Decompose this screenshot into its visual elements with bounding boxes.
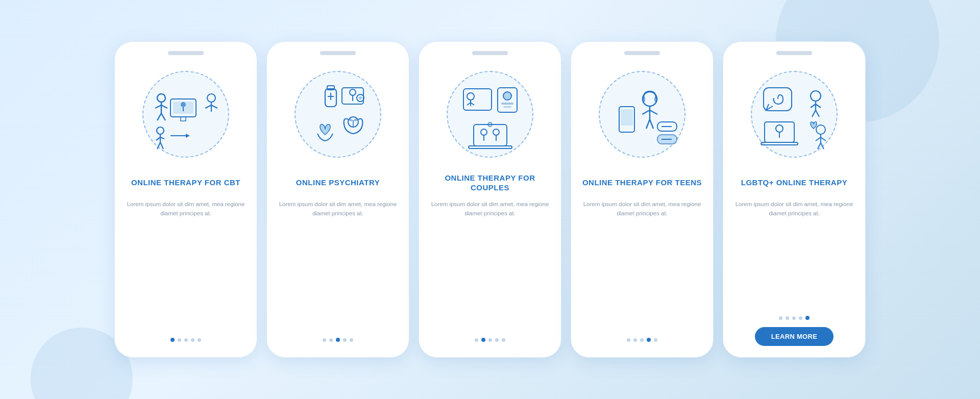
dot-3	[336, 338, 340, 342]
dot-2	[786, 316, 789, 320]
dot-3	[184, 338, 188, 342]
card-couples-description: Lorem ipsum dolor sit dim amet, mea regi…	[427, 200, 553, 332]
svg-line-16	[160, 142, 163, 149]
card-lgbtq-title: LGBTQ+ ONLINE THERAPY	[741, 170, 847, 195]
svg-rect-52	[642, 97, 645, 102]
dot-4	[191, 338, 194, 342]
learn-more-button[interactable]: LEARN MORE	[755, 327, 834, 346]
card-teens-title: ONLINE THERAPY FOR TEENS	[582, 170, 702, 195]
svg-line-78	[816, 137, 821, 141]
illustration-lgbtq	[743, 63, 845, 165]
svg-line-14	[160, 137, 164, 139]
svg-line-56	[650, 110, 657, 114]
svg-line-13	[156, 137, 160, 140]
card-lgbtq-dots	[779, 316, 810, 320]
card-psychiatry-description: Lorem ipsum dolor sit dim amet, mea regi…	[275, 200, 401, 332]
phone-notch	[320, 51, 356, 55]
svg-rect-73	[761, 142, 798, 145]
dot-3	[488, 338, 492, 342]
svg-line-81	[821, 143, 824, 149]
lgbtq-illustration-svg	[753, 73, 835, 155]
card-teens-dots	[627, 338, 657, 342]
svg-line-21	[205, 105, 211, 108]
svg-rect-42	[503, 106, 511, 108]
psychiatry-illustration-svg	[297, 73, 379, 155]
dot-4	[799, 316, 802, 320]
dot-1	[475, 338, 478, 342]
svg-line-22	[211, 105, 217, 108]
illustration-teens	[591, 63, 693, 165]
card-cbt-dots	[170, 338, 201, 342]
svg-line-68	[811, 104, 816, 108]
svg-point-11	[157, 127, 164, 134]
svg-marker-18	[186, 134, 190, 138]
illustration-psychiatry	[287, 63, 389, 165]
card-psychiatry: ONLINE PSYCHIATRY Lorem ipsum dolor sit …	[266, 41, 409, 358]
svg-line-71	[816, 110, 819, 117]
dot-4	[647, 338, 651, 342]
illustration-cbt	[135, 63, 237, 165]
svg-point-66	[811, 91, 821, 101]
svg-rect-41	[501, 103, 513, 105]
svg-rect-43	[474, 124, 507, 146]
dot-4	[343, 338, 347, 342]
dot-1	[627, 338, 630, 342]
dot-5	[654, 338, 657, 342]
dot-2	[178, 338, 181, 342]
dot-3	[640, 338, 644, 342]
card-lgbtq: LGBTQ+ ONLINE THERAPY Lorem ipsum dolor …	[723, 41, 866, 358]
dot-2	[633, 338, 637, 342]
svg-line-15	[157, 142, 160, 149]
svg-line-80	[818, 143, 821, 149]
card-psychiatry-title: ONLINE PSYCHIATRY	[296, 170, 380, 195]
svg-rect-53	[654, 97, 657, 102]
svg-line-55	[642, 110, 650, 114]
svg-point-76	[816, 125, 825, 134]
phone-notch	[776, 51, 812, 55]
card-teens-description: Lorem ipsum dolor sit dim amet, mea regi…	[579, 200, 705, 332]
svg-point-74	[776, 125, 783, 132]
svg-line-2	[155, 105, 161, 108]
phone-notch	[168, 51, 204, 55]
svg-line-38	[471, 103, 474, 105]
card-couples: ONLINE THERAPY FOR COUPLES Lorem ipsum d…	[419, 41, 561, 358]
svg-line-5	[161, 113, 165, 120]
svg-point-35	[467, 93, 474, 100]
svg-point-9	[181, 102, 186, 107]
dot-1	[170, 338, 175, 342]
card-cbt: ONLINE THERAPY FOR CBT Lorem ipsum dolor…	[114, 41, 257, 358]
svg-point-28	[350, 89, 356, 95]
dot-5	[198, 338, 201, 342]
card-lgbtq-description: Lorem ipsum dolor sit dim amet, mea regi…	[731, 200, 857, 310]
svg-point-0	[157, 94, 165, 102]
svg-point-31	[359, 96, 362, 99]
svg-line-57	[646, 119, 650, 129]
dot-5	[350, 338, 353, 342]
dot-1	[323, 338, 326, 342]
svg-line-70	[812, 110, 816, 117]
svg-line-3	[161, 105, 167, 108]
dot-3	[792, 316, 796, 320]
svg-point-50	[489, 124, 491, 126]
svg-point-19	[207, 94, 215, 102]
teens-illustration-svg	[601, 73, 683, 155]
dot-1	[779, 316, 782, 320]
phone-notch	[624, 51, 660, 55]
dot-5	[805, 316, 810, 320]
dot-4	[495, 338, 499, 342]
cards-container: ONLINE THERAPY FOR CBT Lorem ipsum dolor…	[104, 31, 876, 368]
dot-5	[502, 338, 505, 342]
svg-rect-60	[621, 109, 633, 126]
svg-point-40	[503, 92, 511, 100]
cbt-illustration-svg	[145, 73, 227, 155]
card-couples-dots	[475, 338, 505, 342]
card-cbt-description: Lorem ipsum dolor sit dim amet, mea regi…	[123, 200, 249, 332]
svg-line-69	[816, 104, 821, 108]
svg-line-79	[821, 137, 826, 141]
svg-line-4	[157, 113, 161, 120]
svg-line-37	[467, 103, 471, 105]
svg-rect-7	[181, 117, 186, 121]
card-psychiatry-dots	[323, 338, 353, 342]
svg-line-58	[650, 119, 653, 129]
card-couples-title: ONLINE THERAPY FOR COUPLES	[427, 170, 553, 195]
